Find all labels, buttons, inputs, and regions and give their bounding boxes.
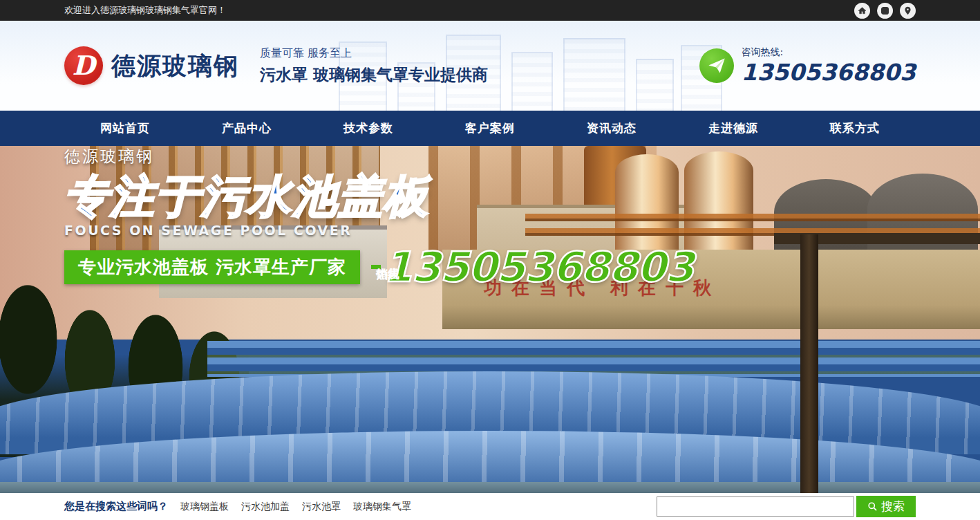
slogan-large: 污水罩 玻璃钢集气罩专业提供商 bbox=[260, 64, 488, 86]
hotline: 咨询热线: 13505368803 bbox=[699, 46, 916, 86]
keyword-link-2[interactable]: 污水池加盖 bbox=[241, 501, 290, 513]
hero-title: 专注于污水池盖板 bbox=[64, 171, 916, 221]
keyword-link-1[interactable]: 玻璃钢盖板 bbox=[180, 501, 229, 513]
keyword-link-3[interactable]: 污水池罩 bbox=[302, 501, 341, 513]
header-slogans: 质量可靠 服务至上 污水罩 玻璃钢集气罩专业提供商 bbox=[260, 46, 488, 86]
sales-label-line2: 热线 bbox=[376, 267, 399, 281]
topbar: 欢迎进入德源玻璃钢玻璃钢集气罩官网！ bbox=[0, 0, 980, 21]
nav-item-home[interactable]: 网站首页 bbox=[64, 111, 186, 146]
search-button-label: 搜索 bbox=[881, 499, 905, 514]
hotline-label: 咨询热线: bbox=[741, 46, 916, 59]
logo-icon: D bbox=[64, 46, 103, 85]
sales-hotline-badge: 销售 热线 bbox=[371, 265, 381, 269]
hero-subtitle: FOUCS ON SEWAGE POOL COVER bbox=[64, 223, 916, 238]
nav-item-cases[interactable]: 客户案例 bbox=[429, 111, 551, 146]
hero-green-banner: 专业污水池盖板 污水罩生产厂家 bbox=[64, 250, 360, 284]
instagram-icon[interactable] bbox=[877, 3, 893, 19]
home-icon[interactable] bbox=[854, 3, 870, 19]
nav-item-about[interactable]: 走进德源 bbox=[672, 111, 794, 146]
hotline-number: 13505368803 bbox=[741, 59, 916, 86]
logo[interactable]: D 德源玻璃钢 bbox=[64, 46, 239, 85]
company-name: 德源玻璃钢 bbox=[111, 50, 239, 82]
hero-banner: 功在当代 利在千秋 德源玻璃钢 专注于污水池盖板 FOUCS ON SEWAGE… bbox=[0, 146, 980, 493]
search-input[interactable] bbox=[657, 496, 854, 517]
main-nav: 网站首页 产品中心 技术参数 客户案例 资讯动态 走进德源 联系方式 bbox=[0, 111, 980, 146]
keyword-link-4[interactable]: 玻璃钢集气罩 bbox=[353, 501, 411, 513]
paper-plane-icon bbox=[699, 48, 734, 83]
search-button[interactable]: 搜索 bbox=[856, 496, 916, 517]
nav-item-contact[interactable]: 联系方式 bbox=[794, 111, 916, 146]
nav-item-news[interactable]: 资讯动态 bbox=[551, 111, 672, 146]
social-links bbox=[854, 3, 916, 19]
location-icon[interactable] bbox=[900, 3, 916, 19]
search-strip: 您是在搜索这些词吗？ 玻璃钢盖板 污水池加盖 污水池罩 玻璃钢集气罩 搜索 bbox=[0, 493, 980, 520]
search-prompt: 您是在搜索这些词吗？ bbox=[64, 500, 168, 513]
sales-phone-number: 13505368803 bbox=[384, 246, 693, 288]
hero-brand: 德源玻璃钢 bbox=[64, 146, 916, 167]
slogan-small: 质量可靠 服务至上 bbox=[260, 46, 488, 61]
header: D 德源玻璃钢 质量可靠 服务至上 污水罩 玻璃钢集气罩专业提供商 咨询热线: … bbox=[0, 21, 980, 111]
magnifier-icon bbox=[867, 501, 878, 512]
nav-item-specs[interactable]: 技术参数 bbox=[308, 111, 429, 146]
welcome-text: 欢迎进入德源玻璃钢玻璃钢集气罩官网！ bbox=[64, 4, 226, 17]
nav-item-products[interactable]: 产品中心 bbox=[186, 111, 308, 146]
